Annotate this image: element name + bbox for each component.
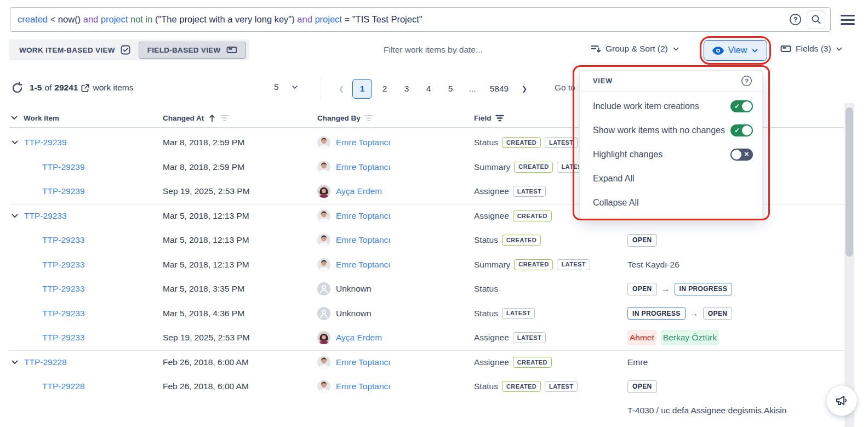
field-badge-created: CREATED [514, 259, 553, 270]
pagination-page-button[interactable]: 4 [418, 84, 439, 94]
work-item-link[interactable]: TTP-29233 [42, 235, 85, 245]
filter-date-input[interactable]: Filter work items by date... [384, 45, 483, 55]
table-row: TTP-29233Mar 5, 2018, 12:13 PMEmre Topta… [9, 228, 844, 253]
work-item-link[interactable]: TTP-29239 [42, 162, 85, 172]
field-label: Assignee [474, 333, 509, 343]
toggle-off[interactable] [730, 149, 753, 161]
field-cell: StatusCREATEDLATEST [474, 381, 627, 392]
work-item-link[interactable]: TTP-29233 [42, 284, 85, 294]
work-item-link[interactable]: TTP-29233 [42, 309, 85, 318]
fields-dropdown[interactable]: Fields (3) [780, 44, 843, 54]
menu-icon[interactable] [841, 15, 855, 25]
user-name[interactable]: Ayça Erdem [336, 186, 382, 196]
status-badge-from: IN PROGRESS [627, 307, 686, 320]
work-item-link[interactable]: TTP-29239 [24, 138, 67, 147]
user-name[interactable]: Emre Toptancı [336, 357, 391, 367]
work-item-link[interactable]: TTP-29228 [24, 357, 67, 367]
field-cell: StatusCREATED [474, 235, 627, 246]
value-cell: T-4030 / uc defa Assignee degismis.Akisi… [627, 403, 844, 418]
column-header-work-item[interactable]: Work Item [24, 114, 59, 122]
svg-text:?: ? [793, 16, 798, 24]
field-badge-latest: LATEST [545, 137, 578, 148]
user-name[interactable]: Emre Toptancı [336, 235, 391, 245]
external-link-icon[interactable] [81, 83, 90, 93]
view-menu-item-label: Expand All [593, 174, 635, 184]
view-menu-item[interactable]: Expand All [580, 167, 762, 191]
column-header-changed-at[interactable]: Changed At [163, 114, 204, 122]
pagination-page-button[interactable]: 3 [396, 84, 418, 94]
chevron-down-icon [836, 45, 843, 53]
view-menu-item[interactable]: Show work items with no changes [580, 118, 762, 143]
help-icon[interactable]: ? [789, 13, 802, 26]
view-menu-item[interactable]: Collapse All [580, 191, 762, 215]
added-value: Berkay Öztürk [661, 330, 719, 345]
work-item-link[interactable]: TTP-29233 [24, 211, 67, 221]
scrollbar-thumb[interactable] [846, 107, 853, 257]
column-header-changed-by[interactable]: Changed By [317, 114, 361, 122]
avatar [317, 209, 330, 223]
view-dropdown-button[interactable]: View [704, 40, 767, 61]
goto-page-input[interactable]: Go to [555, 83, 575, 93]
field-cell: StatusLATEST [474, 308, 627, 319]
row-expand-chevron-icon[interactable] [9, 212, 24, 220]
toggle-knob [742, 126, 752, 135]
user-name[interactable]: Emre Toptancı [336, 138, 391, 147]
work-item-link[interactable]: TTP-29233 [42, 260, 85, 270]
refresh-icon[interactable] [11, 82, 24, 94]
work-item-cell: TTP-29239 [9, 186, 163, 196]
user-name[interactable]: Emre Toptancı [336, 211, 391, 221]
filter-icon[interactable] [364, 114, 373, 122]
page-size-select[interactable]: 5 [274, 82, 299, 92]
pagination-prev-button[interactable]: ❮ [332, 85, 351, 93]
pagination-next-button[interactable]: ❯ [515, 85, 534, 93]
search-button[interactable] [807, 10, 825, 29]
collapse-group-chevron-icon[interactable] [10, 113, 19, 122]
work-item-link[interactable]: TTP-29233 [42, 333, 85, 343]
divider [321, 77, 321, 101]
toggle-knob [742, 101, 752, 111]
row-expand-chevron-icon[interactable] [9, 138, 24, 147]
view-menu-item[interactable]: Highlight changes [580, 143, 762, 167]
user-name[interactable]: Emre Toptancı [336, 162, 391, 172]
field-based-view-button[interactable]: FIELD-BASED VIEW [139, 42, 246, 59]
pagination-page-button[interactable]: 2 [374, 84, 396, 94]
avatar [317, 234, 330, 247]
toggle-on[interactable] [730, 100, 753, 112]
status-badge-from: OPEN [627, 283, 657, 295]
work-item-based-view-button[interactable]: WORK ITEM-BASED VIEW [11, 39, 139, 60]
pagination-page-button[interactable]: 5 [439, 84, 461, 94]
pagination-page-button[interactable]: 5849 [483, 84, 515, 94]
changed-by-cell: Emre Toptancı [317, 209, 474, 223]
feedback-button[interactable] [826, 385, 857, 416]
user-name[interactable]: Ayça Erdem [336, 333, 382, 343]
work-item-link[interactable]: TTP-29228 [42, 382, 85, 391]
changed-at-cell: Mar 5, 2018, 12:13 PM [163, 235, 317, 245]
help-icon[interactable]: ? [741, 75, 752, 87]
changed-by-cell: Emre Toptancı [317, 356, 474, 369]
view-menu-item[interactable]: Include work item creations [580, 94, 762, 118]
field-badge-latest: LATEST [513, 332, 546, 343]
pagination-page-button[interactable]: 1 [352, 79, 372, 99]
svg-text:?: ? [745, 78, 749, 84]
value-text: T-4030 / uc defa Assignee degismis.Akisi… [627, 403, 786, 418]
status-badge: OPEN [627, 234, 657, 247]
user-name[interactable]: Emre Toptancı [336, 382, 391, 391]
work-item-link[interactable]: TTP-29239 [42, 186, 85, 196]
field-badge-created: CREATED [513, 357, 552, 368]
user-name[interactable]: Emre Toptancı [336, 260, 391, 270]
query-bar[interactable]: created < now() and project not in ("The… [10, 7, 831, 32]
table-row: TTP-29233Mar 5, 2018, 4:36 PMUnknownStat… [9, 301, 844, 326]
avatar [317, 356, 330, 369]
query-input[interactable]: created < now() and project not in ("The… [10, 14, 789, 25]
sort-ascending-icon[interactable] [208, 113, 216, 123]
toggle-on[interactable] [730, 124, 753, 136]
column-header-field[interactable]: Field [474, 114, 492, 122]
work-item-cell: TTP-29233 [9, 235, 163, 245]
eye-icon [712, 47, 724, 55]
group-sort-dropdown[interactable]: Group & Sort (2) [591, 44, 679, 54]
row-expand-chevron-icon[interactable] [9, 358, 24, 367]
field-cell: SummaryCREATEDLATEST [474, 259, 627, 270]
filter-active-icon[interactable] [495, 114, 504, 122]
changed-at-cell: Sep 19, 2025, 2:53 PM [163, 333, 317, 343]
filter-icon[interactable] [220, 114, 229, 122]
